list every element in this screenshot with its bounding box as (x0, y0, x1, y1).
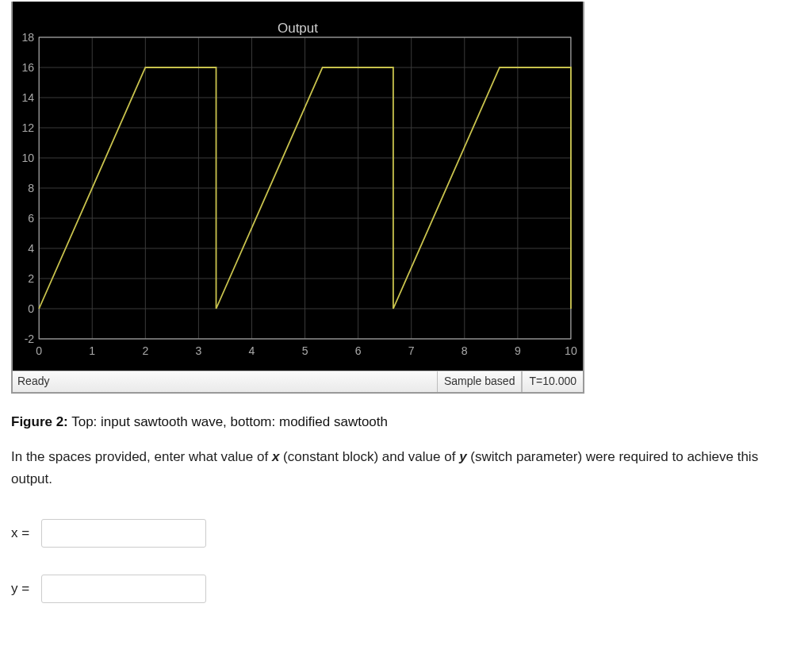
svg-text:18: 18 (22, 31, 35, 44)
question-fragment: (constant block) and value of (279, 449, 459, 464)
svg-text:4: 4 (249, 344, 255, 357)
input-row-y: y = (11, 575, 801, 603)
svg-text:-2: -2 (25, 332, 35, 345)
x-label: x = (11, 525, 41, 541)
question-var-y: y (459, 449, 466, 464)
svg-text:0: 0 (36, 344, 42, 357)
svg-text:0: 0 (28, 302, 34, 315)
svg-text:12: 12 (22, 121, 35, 134)
svg-text:6: 6 (355, 344, 362, 357)
figure-caption: Figure 2: Top: input sawtooth wave, bott… (11, 414, 801, 430)
input-row-x: x = (11, 519, 801, 548)
status-time: T=10.000 (522, 371, 583, 392)
svg-text:10: 10 (22, 152, 35, 164)
svg-text:10: 10 (565, 344, 577, 357)
svg-text:4: 4 (28, 242, 34, 255)
svg-text:14: 14 (22, 91, 35, 104)
svg-text:6: 6 (28, 212, 34, 225)
svg-text:1: 1 (89, 344, 95, 357)
question-fragment: In the spaces provided, enter what value… (11, 449, 272, 464)
svg-text:8: 8 (28, 182, 34, 194)
question-text: In the spaces provided, enter what value… (11, 446, 801, 490)
figure-caption-text: Top: input sawtooth wave, bottom: modifi… (68, 414, 388, 429)
scope-plot-area: Output 012345678910-2024681012141618 (13, 2, 583, 371)
y-input[interactable] (41, 575, 206, 603)
svg-text:7: 7 (408, 344, 415, 357)
figure-caption-prefix: Figure 2: (11, 414, 68, 429)
svg-text:5: 5 (302, 344, 308, 357)
y-label: y = (11, 581, 41, 597)
scope-status-bar: Ready Sample based T=10.000 (13, 371, 583, 392)
svg-text:16: 16 (22, 61, 35, 74)
status-ready: Ready (13, 371, 437, 392)
svg-text:2: 2 (28, 272, 34, 285)
svg-text:8: 8 (462, 344, 468, 357)
x-input[interactable] (41, 519, 206, 548)
question-var-x: x (272, 449, 279, 464)
svg-text:2: 2 (142, 344, 148, 357)
scope-svg: 012345678910-2024681012141618 (13, 2, 583, 371)
svg-text:3: 3 (195, 344, 201, 357)
status-mode: Sample based (437, 371, 523, 392)
scope-window: Output 012345678910-2024681012141618 Rea… (11, 2, 584, 394)
svg-text:9: 9 (515, 344, 521, 357)
